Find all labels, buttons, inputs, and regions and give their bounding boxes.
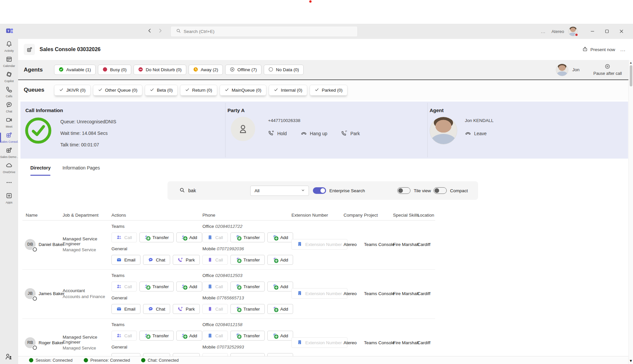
compact-toggle[interactable] — [434, 187, 447, 194]
department: Managed Service — [63, 346, 111, 350]
rail-item-more[interactable] — [0, 175, 18, 191]
back-button[interactable] — [147, 28, 154, 35]
park-button[interactable]: P Park — [173, 304, 200, 314]
office-call-button[interactable]: Call — [202, 282, 228, 291]
teams-transfer-button[interactable]: Transfer — [139, 331, 174, 341]
queue-filter-other-queue-0[interactable]: Other Queue (0) — [93, 85, 142, 96]
status-away-icon — [193, 67, 198, 73]
chat-icon — [6, 101, 13, 109]
enterprise-search-toggle[interactable] — [313, 187, 326, 194]
office-add-button[interactable]: Add — [267, 331, 293, 341]
add-plus-badge-icon — [274, 285, 279, 290]
agent-status-filter-away[interactable]: Away (2) — [189, 65, 223, 75]
queue-filter-jkivr-0[interactable]: JKIVR (0) — [54, 85, 91, 96]
agent-status-filter-busy[interactable]: Busy (0) — [98, 65, 131, 75]
pause-after-call-button[interactable]: Pause after call — [593, 64, 622, 76]
tab-information-pages[interactable]: Information Pages — [62, 165, 100, 176]
agent-status-filter-nodata[interactable]: No Data (0) — [264, 65, 304, 75]
park-button[interactable]: P Park — [173, 255, 200, 265]
mobile-add-button[interactable]: Add — [267, 304, 293, 314]
office-add-button[interactable]: Add — [267, 232, 293, 242]
extension-number-button[interactable]: Extension Number — [291, 337, 347, 348]
maximize-button[interactable] — [600, 24, 614, 39]
teams-call-button[interactable]: Call — [111, 232, 137, 242]
agent-jon-avatar[interactable] — [556, 64, 568, 76]
mobile-call-button[interactable]: Call — [202, 255, 228, 265]
enterprise-search-label: Enterprise Search — [329, 188, 365, 193]
teams-add-button[interactable]: Add — [176, 282, 202, 291]
rail-item-chat[interactable]: Chat — [0, 100, 18, 115]
titlebar-more-button[interactable]: ... — [541, 29, 546, 34]
present-now-button[interactable]: Present now — [582, 46, 615, 53]
rail-item-onedrive[interactable]: OneDrive — [0, 160, 18, 175]
rail-item-apps[interactable]: Apps — [0, 191, 18, 206]
queue-filter-parked-0[interactable]: Parked (0) — [310, 85, 347, 96]
minimize-button[interactable] — [585, 24, 600, 39]
close-button[interactable] — [614, 24, 629, 39]
queue-filter-return-0[interactable]: Return (0) — [180, 85, 217, 96]
action-button-label: Park — [186, 307, 195, 312]
rail-item-sales-demo[interactable]: Sales Demo ... — [0, 145, 18, 160]
scroll-down-arrow-icon[interactable]: ▼ — [629, 359, 633, 363]
user-avatar[interactable] — [568, 26, 578, 36]
mobile-transfer-button[interactable]: Transfer — [230, 255, 265, 265]
rail-item-sales-consol[interactable]: Sales Consol... — [0, 130, 18, 145]
extension-number-button[interactable]: Extension Number — [291, 239, 347, 250]
mobile-call-button[interactable]: Call — [202, 304, 228, 314]
status-label: Away (2) — [201, 67, 218, 72]
transfer-sync-badge-icon — [146, 285, 151, 290]
action-button-label: Email — [124, 258, 136, 262]
office-call-button[interactable]: Call — [202, 331, 228, 341]
email-button[interactable]: Email — [111, 304, 140, 314]
teams-transfer-button[interactable]: Transfer — [139, 232, 174, 242]
forward-button[interactable] — [158, 28, 164, 35]
teams-group-label: Teams — [111, 273, 202, 280]
office-transfer-button[interactable]: Transfer — [230, 232, 265, 242]
directory-filter-select[interactable]: All — [250, 186, 309, 196]
directory-search-input[interactable]: bak — [188, 188, 198, 193]
action-button-label: Call — [124, 333, 132, 338]
chat-button[interactable]: Chat — [143, 255, 170, 265]
teams-transfer-button[interactable]: Transfer — [139, 282, 174, 291]
mobile-transfer-button[interactable]: Transfer — [230, 304, 265, 314]
present-now-label: Present now — [590, 47, 615, 52]
agent-status-filter-offline[interactable]: Offline (7) — [225, 65, 261, 75]
agent-status-filter-available[interactable]: Available (1) — [54, 65, 96, 75]
project-cell: Teams Console — [363, 291, 392, 296]
teams-call-button[interactable]: Call — [111, 282, 137, 291]
queue-filter-beta-0[interactable]: Beta (0) — [145, 85, 178, 96]
email-button[interactable]: Email — [111, 255, 140, 265]
vertical-scrollbar[interactable]: ▲ ▼ — [628, 60, 633, 364]
action-button-label: Add — [280, 284, 288, 289]
tab-directory[interactable]: Directory — [30, 165, 50, 176]
hang-up-button[interactable]: Hang up — [301, 130, 327, 137]
teams-call-button[interactable]: Call — [111, 331, 137, 341]
office-transfer-button[interactable]: Transfer — [230, 282, 265, 291]
rail-item-calendar[interactable]: Calendar — [0, 54, 18, 69]
office-call-button[interactable]: Call — [202, 232, 228, 242]
office-transfer-button[interactable]: Transfer — [230, 331, 265, 341]
leave-button[interactable]: Leave — [465, 130, 487, 137]
agent-status-filter-dnd[interactable]: Do Not Disturb (0) — [134, 65, 186, 75]
chat-button[interactable]: Chat — [143, 304, 170, 314]
tile-view-toggle[interactable] — [397, 187, 410, 194]
tab-more-button[interactable]: ... — [620, 47, 626, 52]
queue-filter-mainqueue-0[interactable]: MainQueue (0) — [220, 85, 266, 96]
hold-button[interactable]: Hold — [268, 130, 287, 137]
titlebar-search-input[interactable]: Search (Ctrl+E) — [170, 26, 358, 37]
park-button[interactable]: P Park — [341, 130, 360, 137]
mobile-add-button[interactable]: Add — [267, 255, 293, 265]
rail-item-copilot[interactable]: Copilot — [0, 69, 18, 84]
scroll-up-arrow-icon[interactable]: ▲ — [629, 61, 633, 64]
rail-item-activity[interactable]: Activity — [0, 39, 18, 54]
extension-number-button[interactable]: Extension Number — [291, 288, 347, 299]
teams-add-button[interactable]: Add — [176, 331, 202, 341]
people-contact-icon[interactable] — [5, 353, 13, 362]
rail-item-meet[interactable]: Meet — [0, 115, 18, 130]
scrollbar-thumb[interactable] — [630, 65, 632, 86]
queue-filter-internal-0[interactable]: Internal (0) — [269, 85, 307, 96]
rail-item-calls[interactable]: Calls — [0, 84, 18, 100]
compact-label: Compact — [450, 188, 468, 193]
office-add-button[interactable]: Add — [267, 282, 293, 291]
teams-add-button[interactable]: Add — [176, 232, 202, 242]
